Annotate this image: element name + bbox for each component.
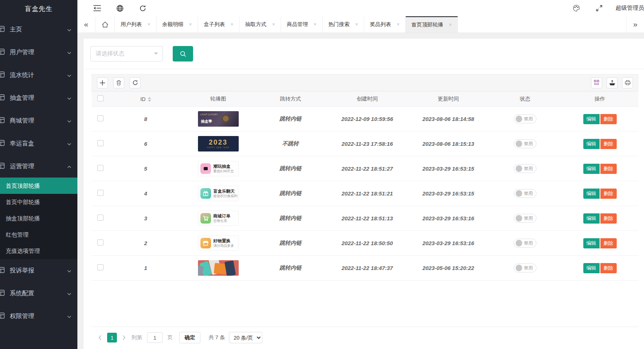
- tabs-scroll-right-icon[interactable]: »: [626, 16, 644, 33]
- delete-button[interactable]: 删除: [600, 114, 617, 124]
- theme-palette-icon[interactable]: [568, 0, 585, 16]
- tab-用户列表[interactable]: 用户列表×: [115, 16, 156, 33]
- chevron-down-icon: [67, 141, 72, 146]
- page-size-select[interactable]: 20 条/页: [229, 332, 262, 343]
- banner-image: [198, 260, 239, 276]
- status-filter-select[interactable]: 请选择状态: [90, 46, 163, 61]
- sidebar-item-2[interactable]: 用户管理: [0, 41, 77, 64]
- edit-button[interactable]: 编辑: [583, 164, 600, 174]
- tab-奖品列表[interactable]: 奖品列表×: [364, 16, 406, 33]
- status-cell: 禁用: [489, 256, 561, 281]
- close-icon[interactable]: ×: [231, 22, 233, 27]
- sidebar-item-6[interactable]: 幸运盲盒: [0, 132, 77, 155]
- sidebar-item-4[interactable]: 抽盒管理: [0, 86, 77, 109]
- export-button[interactable]: [607, 77, 618, 88]
- status-toggle[interactable]: 禁用: [514, 164, 536, 173]
- sidebar-item-1[interactable]: 主页: [0, 18, 77, 41]
- tab-热门搜索[interactable]: 热门搜索×: [323, 16, 364, 33]
- sort-icon[interactable]: [148, 97, 151, 102]
- sidebar-item-label: 主页: [10, 26, 67, 33]
- edit-button[interactable]: 编辑: [583, 263, 600, 273]
- sidebar-subitem[interactable]: 首页顶部轮播: [0, 178, 77, 194]
- delete-button[interactable]: 删除: [600, 189, 617, 199]
- delete-button[interactable]: 删除: [600, 263, 617, 273]
- row-checkbox[interactable]: [97, 190, 103, 196]
- topbar-right: 超级管理员: [562, 0, 644, 16]
- close-icon[interactable]: ×: [397, 22, 400, 27]
- tab-首页顶部轮播[interactable]: 首页顶部轮播×: [406, 16, 458, 33]
- sidebar-subitem[interactable]: 抽盒顶部轮播: [0, 210, 77, 226]
- close-icon[interactable]: ×: [314, 22, 317, 27]
- table-row: 8LIGHT LUXURY抽盒季跳转内链2022-12-09 10:59:562…: [92, 107, 638, 132]
- row-checkbox[interactable]: [97, 140, 103, 146]
- home-tab-icon[interactable]: [95, 16, 115, 33]
- delete-button[interactable]: 删除: [600, 213, 617, 224]
- language-globe-icon[interactable]: [112, 0, 128, 16]
- add-button[interactable]: [97, 77, 108, 88]
- status-toggle[interactable]: 禁用: [514, 214, 536, 223]
- sidebar-subitem[interactable]: 充值选项管理: [0, 243, 77, 259]
- sidebar-subitem[interactable]: 首页中部轮播: [0, 194, 77, 210]
- tab-label: 首页顶部轮播: [411, 21, 443, 29]
- close-icon[interactable]: ×: [189, 22, 192, 27]
- column-settings-button[interactable]: [591, 77, 602, 88]
- sidebar-item-9[interactable]: 系统配置: [0, 282, 77, 305]
- columns-icon: [594, 80, 600, 86]
- collapse-sidebar-icon[interactable]: [89, 0, 105, 16]
- sidebar-item-7[interactable]: 运营管理: [0, 155, 77, 178]
- edit-button[interactable]: 编辑: [583, 238, 600, 248]
- refresh-icon[interactable]: [134, 0, 151, 16]
- row-checkbox[interactable]: [97, 115, 103, 121]
- sidebar-item-5[interactable]: 商城管理: [0, 109, 77, 132]
- edit-button[interactable]: 编辑: [583, 189, 600, 199]
- row-checkbox[interactable]: [97, 264, 103, 270]
- pink-banner-icon: [200, 163, 211, 174]
- row-checkbox[interactable]: [97, 165, 103, 171]
- tab-抽取方式[interactable]: 抽取方式×: [240, 16, 281, 33]
- status-toggle[interactable]: 禁用: [514, 263, 536, 272]
- search-button[interactable]: [173, 46, 193, 61]
- table-row: 1跳转内链2022-11-22 18:47:372023-05-06 15:20…: [92, 256, 638, 281]
- delete-button[interactable]: 删除: [600, 238, 617, 248]
- sidebar-submenu: 首页顶部轮播首页中部轮播抽盒顶部轮播红包管理充值选项管理: [0, 178, 77, 259]
- action-buttons: 编辑删除: [583, 164, 617, 174]
- prev-page-icon[interactable]: [95, 333, 105, 342]
- status-toggle[interactable]: 禁用: [514, 189, 536, 198]
- next-page-icon[interactable]: [119, 333, 129, 342]
- close-icon[interactable]: ×: [147, 22, 150, 27]
- close-icon[interactable]: ×: [272, 22, 275, 27]
- sidebar-subitem[interactable]: 红包管理: [0, 226, 77, 243]
- fullscreen-icon[interactable]: [591, 0, 607, 16]
- select-all-checkbox[interactable]: [97, 95, 103, 101]
- close-icon[interactable]: ×: [449, 22, 452, 28]
- delete-selected-button[interactable]: [113, 77, 124, 88]
- tabs-scroll-left-icon[interactable]: «: [77, 16, 95, 33]
- status-toggle[interactable]: 禁用: [514, 114, 536, 123]
- tab-商品管理[interactable]: 商品管理×: [281, 16, 323, 33]
- print-button[interactable]: [622, 77, 633, 88]
- delete-button[interactable]: 删除: [600, 139, 617, 149]
- actions-cell: 编辑删除: [561, 107, 638, 132]
- row-checkbox[interactable]: [97, 215, 103, 221]
- actions-cell: 编辑删除: [561, 231, 638, 256]
- row-checkbox[interactable]: [97, 239, 103, 246]
- page-number-button[interactable]: 1: [107, 333, 117, 342]
- close-icon[interactable]: ×: [355, 22, 358, 27]
- edit-button[interactable]: 编辑: [583, 114, 600, 124]
- tab-盒子列表[interactable]: 盒子列表×: [198, 16, 240, 33]
- edit-button[interactable]: 编辑: [583, 213, 600, 224]
- goto-page-input[interactable]: [147, 332, 163, 343]
- refresh-table-button[interactable]: [130, 77, 141, 88]
- delete-button[interactable]: 删除: [600, 164, 617, 174]
- goto-confirm-button[interactable]: 确定: [179, 332, 200, 343]
- sidebar-item-10[interactable]: 权限管理: [0, 305, 77, 327]
- tab-label: 余额明细: [162, 21, 183, 28]
- status-toggle[interactable]: 禁用: [514, 239, 536, 248]
- status-toggle[interactable]: 禁用: [514, 139, 536, 148]
- sidebar-item-8[interactable]: 投诉举报: [0, 259, 77, 282]
- current-user[interactable]: 超级管理员: [615, 4, 644, 12]
- tab-余额明细[interactable]: 余额明细×: [156, 16, 198, 33]
- chevron-down-icon: [67, 118, 72, 123]
- sidebar-item-3[interactable]: 流水统计: [0, 64, 77, 86]
- edit-button[interactable]: 编辑: [583, 139, 600, 149]
